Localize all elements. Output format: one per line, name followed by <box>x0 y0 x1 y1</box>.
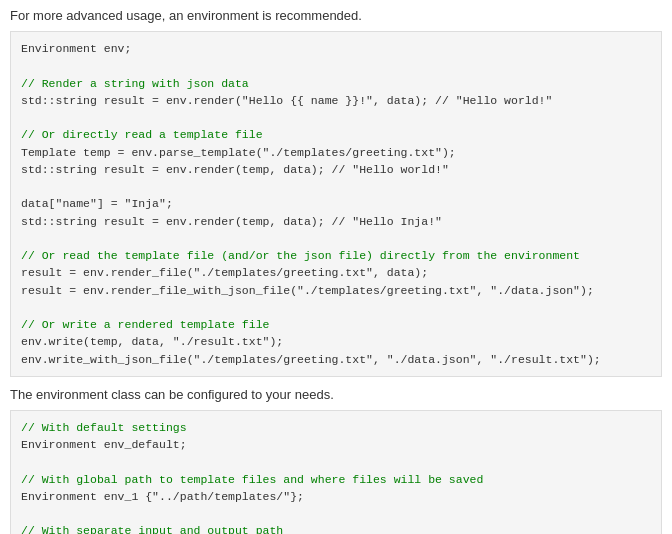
separator-text: The environment class can be configured … <box>10 387 662 402</box>
code-line: std::string result = env.render(temp, da… <box>21 215 442 228</box>
comment-line: // Or read the template file (and/or the… <box>21 249 580 262</box>
comment-line: // Or directly read a template file <box>21 128 263 141</box>
code-line: env.write_with_json_file("./templates/gr… <box>21 353 601 366</box>
comment-line: // With default settings <box>21 421 187 434</box>
code-line: result = env.render_file_with_json_file(… <box>21 284 594 297</box>
code-line: std::string result = env.render("Hello {… <box>21 94 552 107</box>
code-line: Environment env_default; <box>21 438 187 451</box>
comment-line: // With global path to template files an… <box>21 473 483 486</box>
code-line: env.write(temp, data, "./result.txt"); <box>21 335 283 348</box>
code-line: Environment env_1 {"../path/templates/"}… <box>21 490 304 503</box>
code-line: data["name"] = "Inja"; <box>21 197 173 210</box>
code-line: result = env.render_file("./templates/gr… <box>21 266 428 279</box>
code-line: Template temp = env.parse_template("./te… <box>21 146 456 159</box>
comment-line: // With separate input and output path <box>21 524 283 534</box>
comment-line: // Or write a rendered template file <box>21 318 269 331</box>
code-line: std::string result = env.render(temp, da… <box>21 163 449 176</box>
code-block-2: // With default settings Environment env… <box>10 410 662 534</box>
code-block-1: Environment env; // Render a string with… <box>10 31 662 377</box>
intro-text: For more advanced usage, an environment … <box>10 8 662 23</box>
comment-line: // Render a string with json data <box>21 77 249 90</box>
code-line: Environment env; <box>21 42 131 55</box>
